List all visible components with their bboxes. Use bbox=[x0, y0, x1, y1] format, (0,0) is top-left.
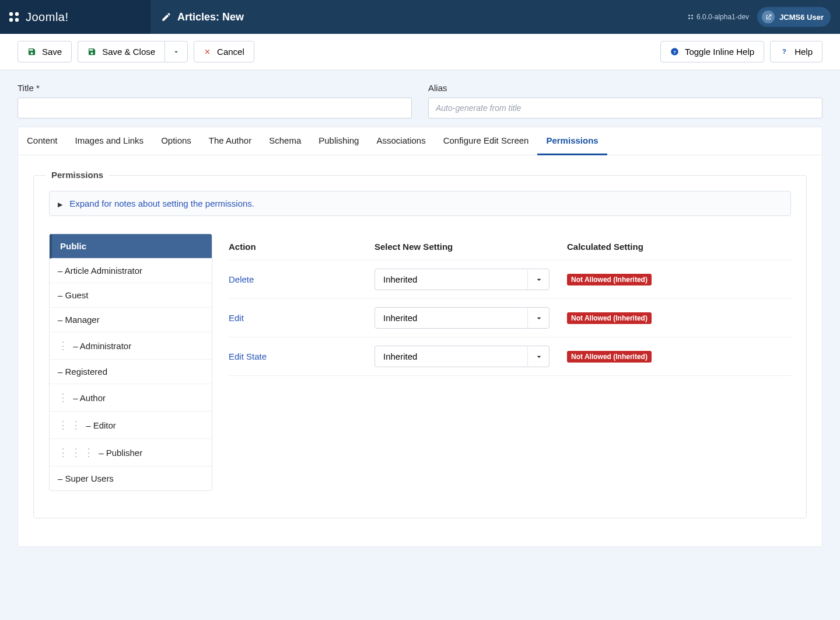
page-title-wrap: Articles: New bbox=[150, 11, 687, 23]
question-icon: ? bbox=[780, 47, 789, 56]
svg-point-7 bbox=[691, 18, 693, 19]
user-menu[interactable]: JCMS6 User bbox=[757, 7, 831, 27]
svg-text:?: ? bbox=[673, 50, 676, 55]
svg-point-2 bbox=[9, 18, 13, 22]
group-label: – Editor bbox=[83, 420, 116, 430]
pencil-icon bbox=[161, 12, 172, 22]
triangle-right-icon: ▶ bbox=[58, 201, 62, 208]
calculated-badge: Not Allowed (Inherited) bbox=[567, 274, 652, 285]
group-item[interactable]: Public bbox=[50, 234, 212, 259]
permission-row: EditInheritedNot Allowed (Inherited) bbox=[229, 299, 791, 337]
joomla-small-icon bbox=[687, 13, 694, 20]
user-group-list: Public– Article Administrator– Guest– Ma… bbox=[49, 234, 212, 491]
svg-text:?: ? bbox=[782, 48, 786, 55]
group-item[interactable]: – Guest bbox=[50, 283, 212, 308]
svg-point-3 bbox=[15, 18, 19, 22]
tree-indent-icon: ⋮ bbox=[83, 446, 93, 459]
group-label: – Administrator bbox=[71, 341, 131, 351]
permission-select[interactable]: Inherited bbox=[374, 307, 550, 329]
svg-point-6 bbox=[688, 18, 690, 19]
group-label: – Guest bbox=[58, 290, 89, 300]
svg-point-5 bbox=[691, 15, 693, 16]
tree-indent-icon: ⋮ bbox=[71, 446, 80, 459]
title-field-wrap: Title * bbox=[18, 83, 412, 119]
tree-indent-icon: ⋮ bbox=[58, 446, 67, 459]
save-close-group: Save & Close bbox=[78, 41, 188, 62]
tree-indent-icon: ⋮ bbox=[71, 419, 80, 431]
cancel-button[interactable]: Cancel bbox=[194, 41, 254, 62]
permission-select[interactable]: Inherited bbox=[374, 346, 550, 367]
group-label: – Publisher bbox=[96, 448, 142, 458]
alias-field-wrap: Alias bbox=[428, 83, 822, 119]
permission-row: Edit StateInheritedNot Allowed (Inherite… bbox=[229, 337, 791, 376]
chevron-down-icon bbox=[172, 48, 180, 56]
group-item[interactable]: ⋮ ⋮ – Editor bbox=[50, 412, 212, 439]
joomla-logo-icon bbox=[7, 10, 21, 24]
panel-body: Permissions ▶ Expand for notes about set… bbox=[18, 155, 822, 546]
top-bar: Joomla! Articles: New 6.0.0-alpha1-dev J… bbox=[0, 0, 840, 34]
toggle-inline-help-button[interactable]: ? Toggle Inline Help bbox=[660, 41, 764, 62]
tab-permissions[interactable]: Permissions bbox=[537, 127, 607, 155]
save-icon bbox=[27, 47, 36, 56]
help-button[interactable]: ? Help bbox=[770, 41, 822, 62]
save-icon bbox=[88, 47, 96, 56]
tab-content[interactable]: Content bbox=[18, 127, 66, 155]
svg-point-0 bbox=[9, 12, 13, 16]
tree-indent-icon: ⋮ bbox=[58, 391, 67, 404]
group-item[interactable]: ⋮ ⋮ ⋮ – Publisher bbox=[50, 439, 212, 466]
brand[interactable]: Joomla! bbox=[0, 0, 150, 34]
svg-point-4 bbox=[688, 15, 690, 16]
tab-bar: ContentImages and LinksOptionsThe Author… bbox=[18, 127, 822, 155]
group-item[interactable]: ⋮ – Administrator bbox=[50, 332, 212, 360]
permission-action: Edit bbox=[229, 313, 374, 323]
fieldset-legend: Permissions bbox=[46, 170, 109, 180]
group-label: – Registered bbox=[58, 367, 107, 377]
tree-indent-icon: ⋮ bbox=[58, 339, 67, 352]
group-item[interactable]: – Manager bbox=[50, 308, 212, 332]
group-item[interactable]: – Registered bbox=[50, 360, 212, 384]
external-link-icon bbox=[762, 11, 775, 23]
alias-input[interactable] bbox=[428, 97, 822, 119]
tab-images[interactable]: Images and Links bbox=[66, 127, 153, 155]
permissions-table-header: Action Select New Setting Calculated Set… bbox=[229, 234, 791, 260]
permissions-fieldset: Permissions ▶ Expand for notes about set… bbox=[33, 175, 807, 518]
save-close-dropdown[interactable] bbox=[164, 41, 188, 62]
tab-configure[interactable]: Configure Edit Screen bbox=[435, 127, 538, 155]
tab-publishing[interactable]: Publishing bbox=[310, 127, 368, 155]
version-badge[interactable]: 6.0.0-alpha1-dev bbox=[687, 13, 749, 21]
expand-hint[interactable]: ▶ Expand for notes about setting the per… bbox=[49, 191, 791, 216]
permission-action: Delete bbox=[229, 274, 374, 284]
group-item[interactable]: – Article Administrator bbox=[50, 259, 212, 283]
group-label: – Super Users bbox=[58, 473, 114, 483]
permission-action: Edit State bbox=[229, 351, 374, 361]
action-toolbar: Save Save & Close Cancel ? Toggle Inline… bbox=[0, 34, 840, 70]
title-alias-row: Title * Alias bbox=[0, 70, 840, 127]
alias-label: Alias bbox=[428, 83, 822, 93]
permissions-table: Action Select New Setting Calculated Set… bbox=[229, 234, 791, 491]
group-label: Public bbox=[60, 241, 86, 251]
group-item[interactable]: ⋮ – Author bbox=[50, 384, 212, 412]
group-label: – Author bbox=[71, 393, 106, 403]
calculated-badge: Not Allowed (Inherited) bbox=[567, 312, 652, 324]
permission-row: DeleteInheritedNot Allowed (Inherited) bbox=[229, 260, 791, 299]
group-label: – Manager bbox=[58, 315, 100, 325]
title-label: Title * bbox=[18, 83, 412, 93]
svg-point-1 bbox=[15, 12, 19, 16]
group-item[interactable]: – Super Users bbox=[50, 466, 212, 490]
tabs-panel: ContentImages and LinksOptionsThe Author… bbox=[18, 127, 822, 547]
permissions-layout: Public– Article Administrator– Guest– Ma… bbox=[49, 234, 791, 491]
brand-text: Joomla! bbox=[26, 11, 69, 24]
tab-associations[interactable]: Associations bbox=[368, 127, 434, 155]
topbar-right: 6.0.0-alpha1-dev JCMS6 User bbox=[687, 7, 840, 27]
tree-indent-icon: ⋮ bbox=[58, 419, 67, 431]
save-button[interactable]: Save bbox=[18, 41, 72, 62]
group-label: – Article Administrator bbox=[58, 266, 142, 276]
calculated-badge: Not Allowed (Inherited) bbox=[567, 351, 652, 363]
tab-options[interactable]: Options bbox=[152, 127, 200, 155]
title-input[interactable] bbox=[18, 97, 412, 119]
tab-schema[interactable]: Schema bbox=[260, 127, 310, 155]
close-icon bbox=[204, 48, 211, 55]
save-close-button[interactable]: Save & Close bbox=[78, 41, 164, 62]
tab-author[interactable]: The Author bbox=[200, 127, 260, 155]
permission-select[interactable]: Inherited bbox=[374, 269, 550, 290]
